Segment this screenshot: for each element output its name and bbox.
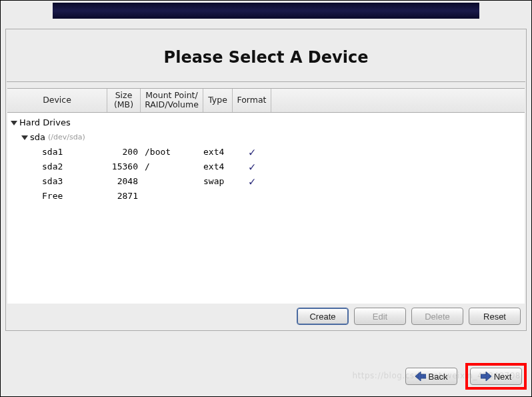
part-size: 200 bbox=[107, 147, 141, 157]
delete-label: Delete bbox=[425, 312, 450, 322]
chevron-down-icon[interactable] bbox=[10, 119, 18, 127]
check-icon: ✓ bbox=[233, 175, 271, 188]
next-label: Next bbox=[494, 372, 512, 382]
part-size: 2871 bbox=[107, 191, 141, 201]
top-banner bbox=[53, 3, 479, 19]
tree-disk-row[interactable]: sda (/dev/sda) bbox=[10, 130, 522, 145]
svg-marker-3 bbox=[481, 372, 491, 381]
edit-label: Edit bbox=[373, 312, 387, 322]
edit-button: Edit bbox=[354, 308, 406, 325]
disk-name: sda bbox=[30, 132, 45, 142]
arrow-right-icon bbox=[481, 372, 491, 381]
create-button[interactable]: Create bbox=[297, 308, 349, 325]
part-name: Free bbox=[42, 191, 63, 201]
svg-marker-1 bbox=[21, 135, 28, 140]
tree-root-label: Hard Drives bbox=[19, 117, 71, 127]
col-spacer bbox=[271, 89, 525, 112]
disk-path: (/dev/sda) bbox=[48, 133, 85, 141]
partition-row[interactable]: sda1 200 /boot ext4 ✓ bbox=[10, 145, 522, 159]
part-size: 15360 bbox=[107, 161, 141, 171]
device-panel: Please Select A Device Device Size (MB) … bbox=[5, 29, 527, 331]
part-name: sda1 bbox=[42, 147, 63, 157]
col-type[interactable]: Type bbox=[203, 89, 233, 112]
check-icon: ✓ bbox=[233, 160, 271, 173]
arrow-left-icon bbox=[415, 372, 426, 381]
part-size: 2048 bbox=[107, 176, 141, 186]
col-device[interactable]: Device bbox=[7, 89, 107, 112]
col-device-label: Device bbox=[43, 95, 71, 105]
part-type: swap bbox=[203, 176, 233, 186]
partition-row[interactable]: sda3 2048 swap ✓ bbox=[10, 174, 522, 189]
nav-buttons: Back Next bbox=[405, 363, 527, 390]
partition-grid: Device Size (MB) Mount Point/ RAID/Volum… bbox=[7, 88, 525, 304]
chevron-down-icon[interactable] bbox=[21, 133, 29, 141]
next-button[interactable]: Next bbox=[470, 368, 522, 385]
part-type: ext4 bbox=[203, 147, 233, 157]
col-format[interactable]: Format bbox=[233, 89, 271, 112]
delete-button: Delete bbox=[411, 308, 463, 325]
reset-button[interactable]: Reset bbox=[469, 308, 521, 325]
part-name: sda2 bbox=[42, 161, 63, 171]
svg-marker-0 bbox=[11, 121, 17, 125]
part-mount: / bbox=[141, 161, 203, 171]
partition-row[interactable]: Free 2871 bbox=[10, 189, 522, 204]
check-icon: ✓ bbox=[233, 145, 271, 159]
tree-root-row[interactable]: Hard Drives bbox=[10, 115, 522, 130]
grid-body: Hard Drives sda (/dev/sda) sda1 200 bbox=[7, 113, 525, 206]
reset-label: Reset bbox=[483, 312, 506, 322]
next-highlight: Next bbox=[465, 363, 527, 390]
create-label: Create bbox=[309, 312, 335, 322]
col-type-label: Type bbox=[208, 95, 227, 105]
col-size[interactable]: Size (MB) bbox=[107, 89, 141, 112]
col-mount[interactable]: Mount Point/ RAID/Volume bbox=[141, 89, 203, 112]
grid-header: Device Size (MB) Mount Point/ RAID/Volum… bbox=[7, 89, 525, 113]
part-type: ext4 bbox=[203, 161, 233, 171]
page-title: Please Select A Device bbox=[7, 29, 525, 82]
installer-window: Please Select A Device Device Size (MB) … bbox=[0, 0, 532, 397]
col-size-label: Size (MB) bbox=[114, 91, 133, 110]
back-label: Back bbox=[429, 372, 448, 382]
col-mount-label: Mount Point/ RAID/Volume bbox=[145, 91, 199, 110]
svg-marker-2 bbox=[415, 372, 426, 381]
partition-row[interactable]: sda2 15360 / ext4 ✓ bbox=[10, 159, 522, 174]
part-mount: /boot bbox=[141, 147, 203, 157]
part-name: sda3 bbox=[42, 176, 63, 186]
partition-buttons: Create Edit Delete Reset bbox=[7, 306, 525, 328]
col-format-label: Format bbox=[237, 95, 266, 105]
back-button[interactable]: Back bbox=[405, 368, 457, 385]
